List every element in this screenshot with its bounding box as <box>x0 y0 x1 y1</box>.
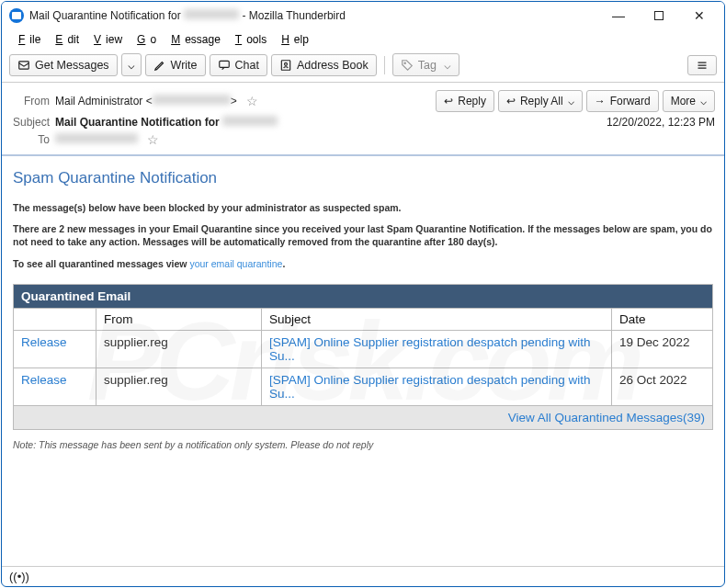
menu-file[interactable]: File <box>9 31 45 48</box>
release-link[interactable]: Release <box>21 373 67 387</box>
date-value: 12/20/2022, 12:23 PM <box>607 116 715 129</box>
pencil-icon <box>153 59 166 72</box>
view-all-row: View All Quarantined Messages(39) <box>14 405 713 429</box>
chevron-down-icon: ⌵ <box>128 58 135 72</box>
app-icon <box>9 8 24 23</box>
release-link[interactable]: Release <box>21 335 67 349</box>
more-button[interactable]: More ⌵ <box>663 90 715 112</box>
subject-label: Subject <box>11 116 50 129</box>
cell-subject: [SPAM] Online Supplier registration desp… <box>262 330 612 368</box>
menubar: File Edit View Go Message Tools Help <box>2 29 724 50</box>
cell-from: supplier.reg <box>96 330 262 368</box>
get-messages-button[interactable]: Get Messages <box>9 54 118 76</box>
addressbook-icon <box>279 59 292 72</box>
close-button[interactable]: ✕ <box>687 6 711 26</box>
chevron-down-icon: ⌵ <box>444 58 451 72</box>
table-row: Release supplier.reg [SPAM] Online Suppl… <box>14 330 713 368</box>
redacted <box>55 133 138 143</box>
hamburger-icon <box>696 60 709 71</box>
to-label: To <box>11 133 50 146</box>
svg-point-4 <box>404 62 405 62</box>
message-headers: From Mail Administrator <> ☆ ↩ Reply ↩ R… <box>2 83 724 156</box>
separator <box>384 56 385 74</box>
tag-icon <box>401 59 414 72</box>
hamburger-button[interactable] <box>687 55 717 75</box>
maximize-button[interactable] <box>647 6 671 26</box>
menu-tools[interactable]: Tools <box>226 31 271 48</box>
svg-point-3 <box>284 62 287 65</box>
body-paragraph: There are 2 new messages in your Email Q… <box>13 222 713 248</box>
chat-icon <box>218 59 231 72</box>
to-value <box>55 133 138 146</box>
write-button[interactable]: Write <box>145 54 206 76</box>
col-date: Date <box>612 308 713 330</box>
footer-note: Note: This message has been sent by a no… <box>13 439 713 450</box>
reply-button[interactable]: ↩ Reply <box>436 90 494 112</box>
chat-button[interactable]: Chat <box>210 54 267 76</box>
window-title: Mail Quarantine Notification for - Mozil… <box>29 9 607 22</box>
wifi-icon: ((•)) <box>9 570 29 583</box>
address-book-button[interactable]: Address Book <box>271 54 377 76</box>
from-value: Mail Administrator <> <box>55 95 237 107</box>
titlebar: Mail Quarantine Notification for - Mozil… <box>2 2 724 29</box>
body-paragraph: To see all quarantined messages view you… <box>13 257 713 270</box>
menu-message[interactable]: Message <box>162 31 225 48</box>
reply-icon: ↩ <box>444 95 453 107</box>
cell-subject: [SPAM] Online Supplier registration desp… <box>262 368 612 405</box>
statusbar: ((•)) <box>2 566 724 586</box>
redacted <box>153 95 231 105</box>
message-body: PCrisk.com Spam Quarantine Notification … <box>2 156 724 566</box>
menu-go[interactable]: Go <box>128 31 161 48</box>
tag-button[interactable]: Tag ⌵ <box>392 53 459 76</box>
minimize-button[interactable]: — <box>607 6 630 26</box>
cell-date: 26 Oct 2022 <box>612 368 713 405</box>
table-title: Quarantined Email <box>14 284 713 308</box>
reply-all-button[interactable]: ↩ Reply All ⌵ <box>498 90 583 112</box>
svg-rect-1 <box>219 61 229 67</box>
chevron-down-icon: ⌵ <box>700 95 707 107</box>
app-window: Mail Quarantine Notification for - Mozil… <box>1 1 725 587</box>
menu-view[interactable]: View <box>85 31 127 48</box>
reply-all-icon: ↩ <box>506 95 516 107</box>
quarantine-link[interactable]: your email quarantine <box>189 258 282 269</box>
svg-rect-0 <box>19 61 29 68</box>
redacted <box>184 9 239 19</box>
forward-icon: → <box>595 95 606 107</box>
menu-help[interactable]: Help <box>272 31 313 48</box>
forward-button[interactable]: → Forward <box>586 90 659 112</box>
download-icon <box>17 59 30 72</box>
subject-value: Mail Quarantine Notification for <box>55 116 278 129</box>
menu-edit[interactable]: Edit <box>46 31 84 48</box>
quarantine-table: Quarantined Email From Subject Date Rele… <box>13 284 713 430</box>
table-header-row: From Subject Date <box>14 308 713 330</box>
get-messages-dropdown[interactable]: ⌵ <box>121 53 142 76</box>
chevron-down-icon: ⌵ <box>568 95 574 107</box>
star-icon[interactable]: ☆ <box>246 94 258 108</box>
toolbar: Get Messages ⌵ Write Chat Address Book T… <box>2 50 724 83</box>
col-subject: Subject <box>262 308 612 330</box>
cell-from: supplier.reg <box>96 368 262 405</box>
table-row: Release supplier.reg [SPAM] Online Suppl… <box>14 368 713 405</box>
body-title: Spam Quarantine Notification <box>13 169 713 187</box>
view-all-link[interactable]: View All Quarantined Messages(39) <box>508 411 705 424</box>
redacted <box>222 116 278 126</box>
star-icon[interactable]: ☆ <box>147 132 159 147</box>
col-from: From <box>96 308 262 330</box>
from-label: From <box>11 95 50 107</box>
intro-line: The message(s) below have been blocked b… <box>13 202 713 213</box>
cell-date: 19 Dec 2022 <box>612 330 713 368</box>
